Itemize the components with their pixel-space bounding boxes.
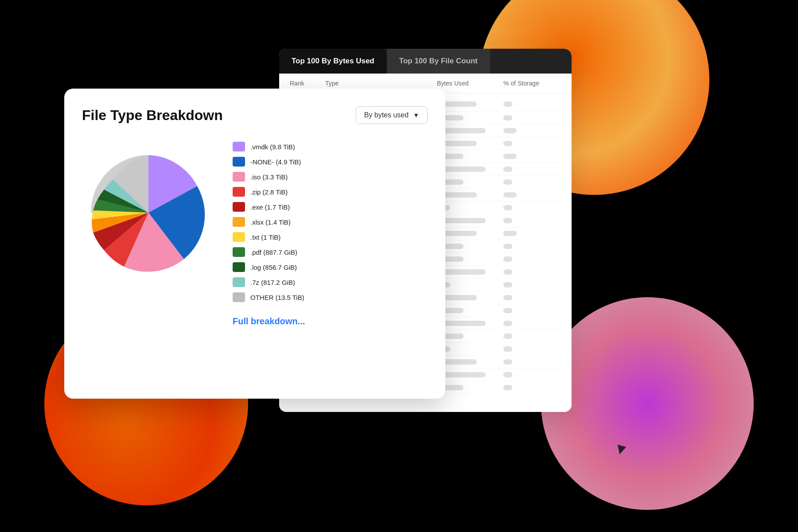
card-header: File Type Breakdown By bytes used ▼: [82, 106, 428, 124]
legend-item-7z: .7z (817.2 GiB): [233, 277, 428, 287]
legend-label-xlsx: .xlsx (1.4 TiB): [250, 218, 291, 226]
legend-item-other: OTHER (13.5 TiB): [233, 292, 428, 302]
legend-label-zip: .zip (2.8 TiB): [250, 188, 288, 196]
sort-dropdown[interactable]: By bytes used ▼: [356, 106, 428, 124]
legend-color-xlsx: [233, 217, 245, 227]
legend-color-log: [233, 262, 245, 272]
full-breakdown-link[interactable]: Full breakdown...: [233, 316, 428, 326]
legend-item-txt: .txt (1 TiB): [233, 232, 428, 242]
legend-label-vmdk: .vmdk (9.8 TiB): [250, 143, 295, 151]
cell-pct: [503, 101, 561, 107]
legend-label-none: -NONE- (4.9 TiB): [250, 158, 301, 166]
legend-label-other: OTHER (13.5 TiB): [250, 294, 304, 301]
legend-item-log: .log (856.7 GiB): [233, 262, 428, 272]
legend-color-exe: [233, 202, 245, 212]
legend-item-exe: .exe (1.7 TiB): [233, 202, 428, 212]
card-body: .vmdk (9.8 TiB) -NONE- (4.9 TiB) .iso (3…: [82, 137, 428, 381]
legend: .vmdk (9.8 TiB) -NONE- (4.9 TiB) .iso (3…: [233, 137, 428, 326]
cell-bytes: [437, 101, 503, 107]
tab-file-count[interactable]: Top 100 By File Count: [387, 49, 490, 74]
legend-item-pdf: .pdf (887.7 GiB): [233, 247, 428, 257]
legend-label-exe: .exe (1.7 TiB): [250, 203, 290, 211]
legend-item-iso: .iso (3.3 TiB): [233, 172, 428, 182]
legend-label-pdf: .pdf (887.7 GiB): [250, 249, 297, 256]
legend-color-vmdk: [233, 142, 245, 151]
legend-label-log: .log (856.7 GiB): [250, 264, 297, 271]
legend-color-pdf: [233, 247, 245, 257]
tab-bytes-used[interactable]: Top 100 By Bytes Used: [279, 49, 387, 74]
chevron-down-icon: ▼: [413, 112, 419, 119]
pie-chart-container: [82, 146, 215, 279]
legend-color-other: [233, 292, 245, 302]
breakdown-card: File Type Breakdown By bytes used ▼: [64, 89, 445, 399]
legend-color-txt: [233, 232, 245, 242]
legend-item-vmdk: .vmdk (9.8 TiB): [233, 142, 428, 151]
legend-color-none: [233, 157, 245, 167]
col-rank: Rank: [290, 80, 325, 87]
table-tabs: Top 100 By Bytes Used Top 100 By File Co…: [279, 49, 572, 74]
legend-item-zip: .zip (2.8 TiB): [233, 187, 428, 197]
col-bytes-used: Bytes Used: [437, 80, 503, 87]
dropdown-label: By bytes used: [364, 111, 409, 119]
pie-chart: [82, 146, 215, 279]
legend-item-none: -NONE- (4.9 TiB): [233, 157, 428, 167]
legend-label-7z: .7z (817.2 GiB): [250, 279, 295, 286]
legend-label-txt: .txt (1 TiB): [250, 233, 280, 241]
card-title: File Type Breakdown: [82, 107, 223, 124]
col-storage: % of Storage: [503, 80, 561, 87]
legend-label-iso: .iso (3.3 TiB): [250, 173, 288, 181]
legend-item-xlsx: .xlsx (1.4 TiB): [233, 217, 428, 227]
col-type: Type: [325, 80, 437, 87]
legend-color-iso: [233, 172, 245, 182]
legend-color-zip: [233, 187, 245, 197]
bg-circle-pink: [541, 297, 754, 510]
legend-color-7z: [233, 277, 245, 287]
